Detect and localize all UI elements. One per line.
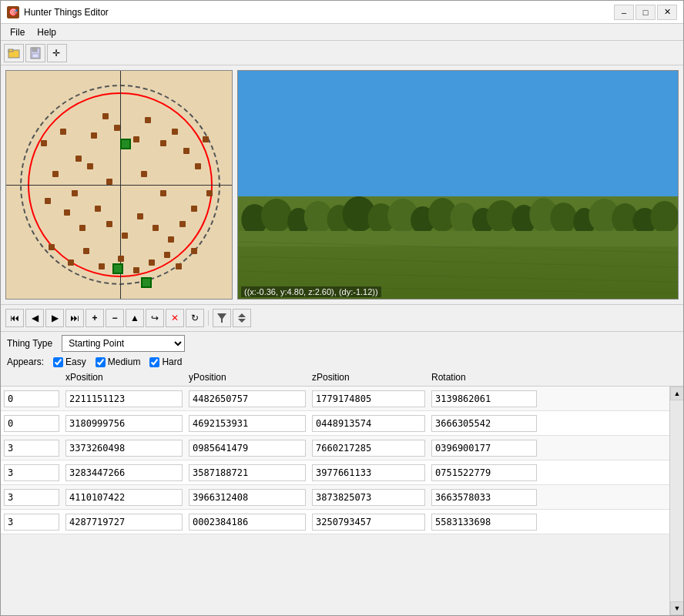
input-id[interactable] (4, 415, 59, 432)
input-z[interactable] (312, 390, 425, 407)
maximize-button[interactable]: □ (635, 5, 656, 20)
map-selected-dot[interactable] (141, 277, 152, 288)
input-r[interactable] (431, 514, 537, 531)
map-dot (64, 209, 70, 216)
thing-type-select[interactable]: Starting PointEnemyItemTrigger (62, 335, 185, 352)
easy-checkbox-label[interactable]: Easy (53, 357, 86, 367)
col-r: Rotation (428, 370, 540, 384)
input-y[interactable] (189, 440, 306, 457)
input-r[interactable] (431, 415, 537, 432)
title-bar: 🎯 Hunter Things Editor – □ ✕ (1, 1, 683, 24)
save-icon (29, 47, 42, 59)
map-dot (183, 148, 189, 154)
map-view[interactable] (5, 70, 233, 300)
input-x[interactable] (65, 514, 183, 531)
scroll-up-btn[interactable]: ▲ (670, 387, 683, 400)
svg-text:✛: ✛ (52, 48, 60, 59)
input-y[interactable] (189, 415, 306, 432)
scrollbar[interactable]: ▲ ▼ (669, 387, 683, 615)
filter-button[interactable] (213, 309, 231, 327)
close-button[interactable]: ✕ (657, 5, 677, 20)
first-button[interactable]: ⏮ (5, 309, 24, 327)
input-y[interactable] (189, 489, 306, 506)
last-button[interactable]: ⏭ (65, 309, 84, 327)
medium-checkbox[interactable] (96, 357, 106, 367)
move-button[interactable]: ✛ (47, 44, 67, 62)
redo-button[interactable]: ↻ (186, 309, 204, 327)
hard-checkbox[interactable] (149, 357, 159, 367)
appears-row: Appears: Easy Medium Hard (1, 355, 683, 369)
next-button[interactable]: ▶ (45, 309, 64, 327)
input-r[interactable] (431, 440, 537, 457)
map-dot (137, 213, 143, 219)
medium-checkbox-label[interactable]: Medium (96, 357, 141, 367)
input-x[interactable] (65, 464, 183, 481)
filter-icon (216, 313, 227, 323)
medium-label: Medium (108, 357, 141, 367)
cell-id (1, 463, 62, 483)
save-button[interactable] (25, 44, 45, 62)
prev-button[interactable]: ◀ (25, 309, 44, 327)
scene-view: ((x:-0.36, y:4.80, z:2.60), (dy:-1.12)) (237, 70, 679, 300)
input-y[interactable] (189, 390, 306, 407)
cell-id (1, 438, 62, 458)
scene-sky (238, 71, 678, 196)
input-z[interactable] (312, 464, 425, 481)
main-area: ((x:-0.36, y:4.80, z:2.60), (dy:-1.12)) … (1, 65, 683, 615)
scene-coords: ((x:-0.36, y:4.80, z:2.60), (dy:-1.12)) (241, 286, 381, 297)
map-dot (172, 129, 178, 135)
remove-button[interactable]: − (106, 309, 124, 327)
map-dot (60, 129, 66, 135)
minimize-button[interactable]: – (614, 5, 634, 20)
sort-button[interactable] (233, 309, 251, 327)
cell-id (1, 389, 62, 409)
input-r[interactable] (431, 390, 537, 407)
open-button[interactable] (4, 44, 24, 62)
add-button[interactable]: + (86, 309, 104, 327)
input-x[interactable] (65, 440, 183, 457)
cancel-button[interactable]: ✕ (166, 309, 184, 327)
svg-rect-1 (8, 49, 13, 52)
easy-checkbox[interactable] (53, 357, 63, 367)
map-selected-dot[interactable] (120, 139, 131, 149)
input-r[interactable] (431, 464, 537, 481)
toolbar: ✛ (1, 41, 683, 65)
map-dot (191, 248, 197, 254)
map-dot (145, 117, 151, 123)
menu-help[interactable]: Help (31, 25, 62, 39)
table-row (1, 387, 669, 411)
col-id (1, 370, 62, 384)
input-x[interactable] (65, 415, 183, 432)
input-id[interactable] (4, 464, 59, 481)
input-x[interactable] (65, 489, 183, 506)
undo-button[interactable]: ↩ (146, 309, 164, 327)
col-y: yPosition (186, 370, 309, 384)
props-header: Thing Type Starting PointEnemyItemTrigge… (1, 332, 683, 355)
input-z[interactable] (312, 415, 425, 432)
map-dot (206, 190, 213, 196)
input-id[interactable] (4, 489, 59, 506)
map-selected-dot[interactable] (112, 263, 123, 274)
input-x[interactable] (65, 390, 183, 407)
hard-checkbox-label[interactable]: Hard (149, 357, 182, 367)
views-row: ((x:-0.36, y:4.80, z:2.60), (dy:-1.12)) (1, 65, 683, 304)
input-y[interactable] (189, 514, 306, 531)
input-id[interactable] (4, 390, 59, 407)
scroll-track[interactable] (670, 400, 683, 601)
input-r[interactable] (431, 489, 537, 506)
svg-marker-36 (238, 319, 246, 323)
svg-line-28 (238, 242, 678, 253)
input-z[interactable] (312, 489, 425, 506)
appears-label: Appears: (7, 357, 44, 367)
menu-file[interactable]: File (4, 25, 31, 39)
map-dot (122, 233, 128, 239)
up-button[interactable]: ▲ (126, 309, 144, 327)
input-z[interactable] (312, 440, 425, 457)
map-dot (191, 206, 197, 212)
scroll-down-btn[interactable]: ▼ (670, 601, 683, 615)
input-id[interactable] (4, 514, 59, 531)
input-y[interactable] (189, 464, 306, 481)
input-id[interactable] (4, 440, 59, 457)
svg-rect-4 (32, 54, 39, 58)
input-z[interactable] (312, 514, 425, 531)
